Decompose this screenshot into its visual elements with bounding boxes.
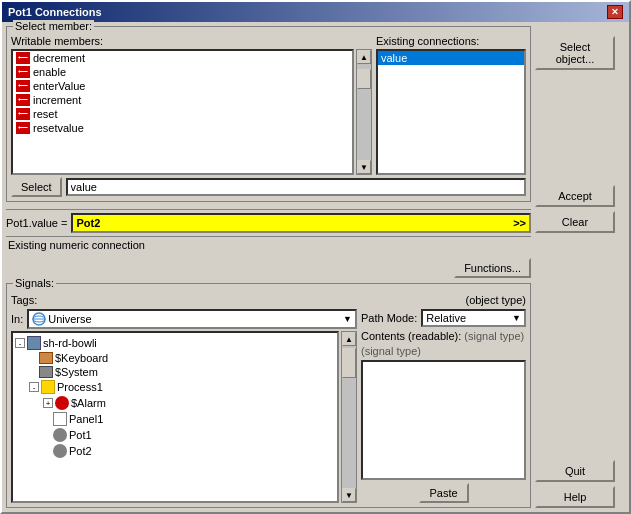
- member-icon: ⟵: [16, 94, 30, 106]
- scroll-track: [357, 64, 371, 160]
- scroll-down-button[interactable]: ▼: [357, 160, 371, 174]
- tree-item[interactable]: $System: [15, 365, 335, 379]
- tree-item[interactable]: - Process1: [15, 379, 335, 395]
- tags-row: Tags: (object type): [11, 294, 526, 306]
- list-item[interactable]: ⟵ increment: [13, 93, 352, 107]
- tree-item[interactable]: Panel1: [15, 411, 335, 427]
- in-row: In: Universe ▼: [11, 309, 357, 329]
- tree-expand-icon[interactable]: -: [29, 382, 39, 392]
- computer-icon: [27, 336, 41, 350]
- tree-scroll-track: [342, 346, 356, 488]
- main-window: Pot1 Connections ✕ Select member: Writab…: [0, 0, 631, 514]
- pot2-icon: [53, 444, 67, 458]
- list-item[interactable]: ⟵ reset: [13, 107, 352, 121]
- select-object-button[interactable]: Select object...: [535, 36, 615, 70]
- tree-view[interactable]: - sh-rd-bowli $Keyboard: [11, 331, 339, 503]
- existing-connections-section: Existing connections: value: [376, 35, 526, 175]
- select-button[interactable]: Select: [11, 177, 62, 197]
- universe-label: Universe: [48, 313, 91, 325]
- title-bar: Pot1 Connections ✕: [2, 2, 629, 22]
- tree-scrollbar[interactable]: ▲ ▼: [341, 331, 357, 503]
- contents-header: Contents (readable): (signal type): [361, 330, 526, 342]
- list-item[interactable]: ⟵ resetvalue: [13, 121, 352, 135]
- select-member-group: Select member: Writable members: ⟵ decre…: [6, 26, 531, 202]
- scroll-up-button[interactable]: ▲: [357, 50, 371, 64]
- member-icon: ⟵: [16, 122, 30, 134]
- tree-expand-icon[interactable]: +: [43, 398, 53, 408]
- writable-members-label: Writable members:: [11, 35, 372, 47]
- keyboard-icon: [39, 352, 53, 364]
- path-mode-label: Path Mode:: [361, 312, 417, 324]
- tree-item[interactable]: $Keyboard: [15, 351, 335, 365]
- formula-row: Pot1.value = Pot2 >>: [6, 209, 531, 237]
- pot1-icon: [53, 428, 67, 442]
- help-button[interactable]: Help: [535, 486, 615, 508]
- tree-panel: In: Universe ▼: [11, 309, 357, 503]
- formula-value: Pot2: [76, 217, 513, 229]
- member-icon: ⟵: [16, 80, 30, 92]
- system-icon: [39, 366, 53, 378]
- universe-icon: [32, 312, 46, 326]
- tree-scroll-up[interactable]: ▲: [342, 332, 356, 346]
- existing-connections-label: Existing connections:: [376, 35, 526, 47]
- list-item[interactable]: ⟵ enterValue: [13, 79, 352, 93]
- contents-box: [361, 360, 526, 480]
- path-mode-row: Path Mode: Relative ▼: [361, 309, 526, 327]
- signals-group: Signals: Tags: (object type) In:: [6, 283, 531, 508]
- select-member-label: Select member:: [13, 20, 94, 32]
- main-panel: Select member: Writable members: ⟵ decre…: [6, 26, 531, 508]
- member-section: Writable members: ⟵ decrement ⟵ enable: [11, 35, 526, 175]
- functions-row: Functions...: [6, 256, 531, 280]
- obj-type-label: (object type): [465, 294, 526, 306]
- value-input[interactable]: [66, 178, 526, 196]
- folder-icon: [41, 380, 55, 394]
- panel-icon: [53, 412, 67, 426]
- connection-item[interactable]: value: [378, 51, 524, 65]
- tree-scroll-thumb[interactable]: [342, 348, 356, 378]
- list-item[interactable]: ⟵ enable: [13, 65, 352, 79]
- signal-type-label: (signal type): [361, 345, 421, 357]
- list-item[interactable]: ⟵ decrement: [13, 51, 352, 65]
- close-button[interactable]: ✕: [607, 5, 623, 19]
- member-icon: ⟵: [16, 108, 30, 120]
- select-row: Select: [11, 177, 526, 197]
- tree-expand-icon[interactable]: -: [15, 338, 25, 348]
- paste-row: Paste: [361, 483, 526, 503]
- formula-label: Pot1.value =: [6, 217, 67, 229]
- tree-item[interactable]: Pot1: [15, 427, 335, 443]
- contents-type: (signal type): [464, 330, 524, 342]
- signals-label: Signals:: [13, 277, 56, 289]
- right-panel: Select object... Accept Clear Quit Help: [535, 26, 625, 508]
- scroll-thumb[interactable]: [357, 69, 371, 89]
- path-mode-dropdown[interactable]: Relative ▼: [421, 309, 526, 327]
- universe-dropdown-arrow: ▼: [343, 314, 352, 324]
- contents-label: Contents (readable):: [361, 330, 461, 342]
- signals-content: In: Universe ▼: [11, 309, 526, 503]
- tree-scroll-down[interactable]: ▼: [342, 488, 356, 502]
- functions-button[interactable]: Functions...: [454, 258, 531, 278]
- existing-note: Existing numeric connection: [6, 239, 145, 251]
- formula-section: Pot1.value = Pot2 >> Existing numeric co…: [6, 205, 531, 253]
- tree-item[interactable]: Pot2: [15, 443, 335, 459]
- member-icon: ⟵: [16, 52, 30, 64]
- in-label: In:: [11, 313, 23, 325]
- members-scrollbar[interactable]: ▲ ▼: [356, 49, 372, 175]
- writable-members-list[interactable]: ⟵ decrement ⟵ enable ⟵ enterValue: [11, 49, 354, 175]
- paste-button[interactable]: Paste: [419, 483, 469, 503]
- connections-list[interactable]: value: [376, 49, 526, 175]
- window-title: Pot1 Connections: [8, 6, 102, 18]
- formula-input[interactable]: Pot2 >>: [71, 213, 531, 233]
- path-mode-arrow-icon: ▼: [512, 313, 521, 323]
- clear-button[interactable]: Clear: [535, 211, 615, 233]
- writable-members-section: Writable members: ⟵ decrement ⟵ enable: [11, 35, 372, 175]
- path-mode-value: Relative: [426, 312, 466, 324]
- right-signals-panel: Path Mode: Relative ▼ Contents (readable…: [361, 309, 526, 503]
- alarm-icon: [55, 396, 69, 410]
- universe-dropdown[interactable]: Universe ▼: [27, 309, 357, 329]
- tree-item[interactable]: - sh-rd-bowli: [15, 335, 335, 351]
- accept-button[interactable]: Accept: [535, 185, 615, 207]
- tree-item[interactable]: + $Alarm: [15, 395, 335, 411]
- quit-button[interactable]: Quit: [535, 460, 615, 482]
- member-icon: ⟵: [16, 66, 30, 78]
- formula-arrow-icon[interactable]: >>: [513, 217, 526, 229]
